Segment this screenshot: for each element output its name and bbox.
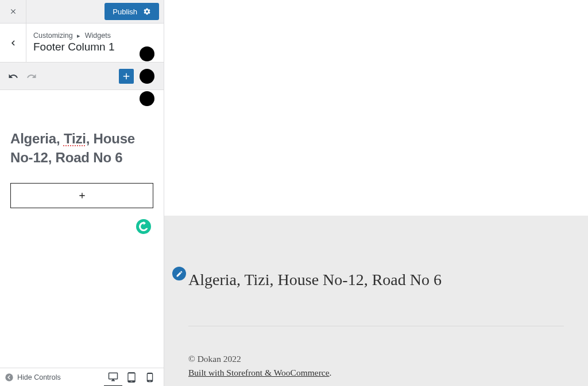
plus-icon [78, 191, 87, 200]
credits-line: Built with Storefront & WooCommerce. [188, 368, 564, 378]
section-title: Footer Column 1 [33, 41, 115, 53]
undo-button[interactable] [6, 69, 21, 84]
hide-controls-button[interactable]: Hide Controls [5, 373, 61, 382]
customizer-sidebar: Publish Customizing ▸ Widgets Footer Col… [0, 0, 164, 386]
device-mobile-button[interactable] [141, 368, 159, 387]
svg-point-0 [140, 46, 154, 61]
crumb-separator: ▸ [77, 32, 80, 39]
gear-icon [143, 7, 151, 15]
crumb-customizing: Customizing [33, 32, 73, 40]
editor-body: Algeria, Tizi, House No-12, Road No 6 [0, 90, 164, 368]
svg-point-1 [140, 69, 154, 84]
edit-shortcut-button[interactable] [172, 267, 186, 280]
close-button[interactable] [0, 0, 26, 23]
crumb-widgets: Widgets [85, 32, 111, 40]
heading-block[interactable]: Algeria, Tizi, House No-12, Road No 6 [10, 129, 153, 167]
tablet-icon [126, 372, 137, 383]
breadcrumb: Customizing ▸ Widgets [33, 32, 115, 40]
block-toolbar [0, 63, 164, 90]
mobile-icon [145, 372, 155, 383]
close-icon [9, 7, 17, 15]
svg-point-3 [136, 219, 151, 234]
preview-footer: Algeria, Tizi, House No-12, Road No 6 © … [164, 216, 588, 386]
heading-tizi: Tizi [64, 131, 86, 146]
publish-label: Publish [113, 7, 137, 16]
block-appender[interactable] [10, 183, 153, 208]
publish-button[interactable]: Publish [105, 3, 159, 20]
credits-link[interactable]: Built with Storefront & WooCommerce [188, 368, 330, 377]
hide-controls-label: Hide Controls [17, 373, 61, 381]
svg-point-4 [5, 373, 13, 381]
credits-suffix: . [330, 368, 332, 377]
redo-icon [26, 71, 37, 81]
add-block-button[interactable] [119, 69, 134, 84]
footer-bar: Hide Controls [0, 368, 164, 386]
chevron-left-circle-icon [5, 373, 14, 382]
copyright-text: © Dokan 2022 [188, 354, 564, 364]
plus-icon [121, 71, 131, 81]
back-button[interactable] [0, 24, 26, 62]
pencil-icon [176, 270, 183, 278]
redo-button[interactable] [24, 69, 39, 84]
section-titles: Customizing ▸ Widgets Footer Column 1 [26, 24, 122, 62]
header-bar: Publish [0, 0, 164, 24]
undo-icon [8, 71, 18, 81]
preview-pane: Algeria, Tizi, House No-12, Road No 6 © … [164, 0, 588, 386]
preview-divider [188, 326, 564, 326]
device-desktop-button[interactable] [104, 368, 122, 387]
desktop-icon [108, 372, 118, 382]
grammarly-badge[interactable] [136, 219, 151, 234]
chevron-left-icon [8, 38, 18, 48]
preview-heading: Algeria, Tizi, House No-12, Road No 6 [188, 271, 564, 289]
grammarly-icon [136, 219, 151, 234]
device-tablet-button[interactable] [122, 368, 141, 387]
heading-part1: Algeria, [10, 131, 64, 146]
more-options-button[interactable] [140, 69, 154, 84]
